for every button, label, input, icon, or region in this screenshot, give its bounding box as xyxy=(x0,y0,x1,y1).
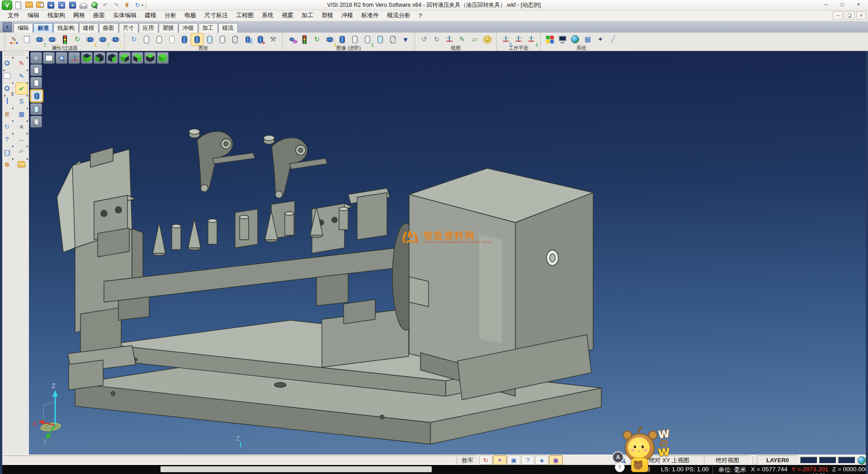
dock-undo-action[interactable]: ↶ xyxy=(16,146,27,157)
ribbon-advanced-flat[interactable] xyxy=(349,33,361,45)
dock-sketch-circle[interactable]: ✎ xyxy=(16,70,27,81)
ribbon-filter-traffic-light[interactable] xyxy=(59,33,71,45)
menu-2[interactable]: 线架构 xyxy=(43,11,69,19)
vp-display-hatched[interactable] xyxy=(30,116,42,128)
dock-delete-entities[interactable] xyxy=(1,146,13,157)
ribbon-world-settings[interactable] xyxy=(569,33,581,45)
ribbon-rotate-view-alt[interactable]: ↻ xyxy=(431,33,443,45)
cad-model-canvas[interactable]: Z X Y xyxy=(29,51,868,455)
status-resize-handle-2[interactable] xyxy=(752,457,755,464)
menu-18[interactable]: ? xyxy=(415,12,426,19)
ribbon-workplane-align[interactable]: ± xyxy=(525,33,537,45)
menu-17[interactable]: 模流分析 xyxy=(383,11,415,19)
ribbon-wireframe-view[interactable] xyxy=(141,33,152,45)
dock-measure-distance[interactable]: ↔ xyxy=(16,133,27,145)
ribbon-snap-settings[interactable]: ✦ xyxy=(594,33,606,45)
qa-print[interactable] xyxy=(79,1,88,9)
menu-15[interactable]: 冲模 xyxy=(337,11,357,19)
vp-zoom-fit[interactable] xyxy=(43,52,55,64)
menu-8[interactable]: 电极 xyxy=(180,11,200,19)
status-swatch-2[interactable] xyxy=(838,457,855,464)
qa-redo[interactable]: ↷ xyxy=(111,1,121,9)
dock-attribute-library[interactable]: ≣ xyxy=(1,108,13,119)
ribbon-hatched-view[interactable] xyxy=(229,33,241,45)
dock-wcs-orientation[interactable] xyxy=(1,95,13,107)
vp-view-cube-shaded[interactable] xyxy=(157,52,169,64)
tab-machining[interactable]: 加工 xyxy=(198,23,218,33)
menu-10[interactable]: 工程图 xyxy=(232,11,258,19)
close-button[interactable]: × xyxy=(850,0,867,9)
vp-display-wireframe[interactable] xyxy=(30,64,42,76)
ribbon-toggle-visibility[interactable]: ± xyxy=(84,33,96,45)
ribbon-advanced-toggle[interactable]: ± xyxy=(324,33,335,45)
tab-surface[interactable]: 曲面 xyxy=(99,23,118,33)
dock-zoom-solids[interactable]: ± xyxy=(1,83,13,94)
dock-navigation-wheel[interactable]: ☸ xyxy=(1,159,13,170)
mdi-restore-button[interactable]: ❏ xyxy=(844,11,854,19)
ribbon-redraw[interactable]: ↻ xyxy=(128,33,140,45)
status-resize-handle[interactable] xyxy=(630,457,633,464)
ribbon-advanced-traffic-light[interactable] xyxy=(298,33,310,45)
mdi-close-button[interactable]: × xyxy=(856,11,866,19)
ribbon-hidden-line-view[interactable] xyxy=(153,33,165,45)
ribbon-view-assistant[interactable]: ☺ xyxy=(481,33,493,45)
menu-9[interactable]: 尺寸标注 xyxy=(200,11,232,19)
qa-open-part[interactable] xyxy=(35,1,45,9)
tab-mould[interactable]: 塑膜 xyxy=(159,23,178,33)
absolute-view-indicator[interactable]: 绝对视图 xyxy=(704,455,751,465)
qa-refresh-options[interactable]: ↻ xyxy=(133,1,142,9)
ribbon-flat-view[interactable] xyxy=(217,33,228,45)
tab-modeling[interactable]: 建模 xyxy=(79,23,99,33)
vp-display-shaded[interactable] xyxy=(30,90,43,102)
vp-view-cube-right-iso[interactable] xyxy=(132,52,143,64)
ribbon-grid-settings[interactable]: ▦ xyxy=(582,33,594,45)
qa-save-all[interactable] xyxy=(68,1,77,9)
tab-application[interactable]: 应用 xyxy=(139,23,158,33)
ribbon-advanced-shaded[interactable] xyxy=(336,33,348,45)
ribbon-shaded-edges-view[interactable] xyxy=(191,33,203,45)
ribbon-advanced-cone[interactable]: ▼ xyxy=(400,33,411,45)
ribbon-advanced-refresh[interactable]: ↻ xyxy=(311,33,323,45)
status-status-help[interactable]: ? xyxy=(521,455,534,465)
vp-view-cube-top[interactable] xyxy=(144,52,156,64)
ribbon-advanced-translucent[interactable] xyxy=(374,33,386,45)
vp-view-cube-left-iso[interactable] xyxy=(119,52,131,64)
vp-view-cube-bottom[interactable] xyxy=(81,52,93,64)
qa-save[interactable] xyxy=(46,1,56,9)
menu-5[interactable]: 实体编辑 xyxy=(109,11,141,19)
qa-new-file[interactable] xyxy=(14,1,23,9)
ribbon-hide-selected[interactable]: − xyxy=(109,33,121,45)
ribbon-view-plane[interactable]: ▱ xyxy=(469,33,481,45)
status-box-select[interactable]: ▣ xyxy=(507,455,520,465)
ribbon-display-settings[interactable] xyxy=(557,33,568,45)
menu-3[interactable]: 网格 xyxy=(69,11,89,19)
dock-open-recent[interactable] xyxy=(16,159,27,170)
vp-zoom-dynamic[interactable] xyxy=(56,52,67,64)
ribbon-dynamic-hide-view[interactable] xyxy=(255,33,266,45)
dock-solid-preview[interactable]: ■ xyxy=(16,121,27,132)
menu-12[interactable]: 视窗 xyxy=(278,11,297,19)
menu-7[interactable]: 分析 xyxy=(160,11,180,19)
vp-view-cube-right[interactable] xyxy=(106,52,118,64)
view-mode-indicator[interactable]: 绝对 XY 上视图 xyxy=(634,455,704,465)
ribbon-view-axes[interactable] xyxy=(443,33,455,45)
menu-1[interactable]: 编辑 xyxy=(24,11,43,19)
ribbon-shaded-view[interactable] xyxy=(179,33,190,45)
status-search-icon[interactable] xyxy=(616,455,628,465)
ribbon-workplane-edit[interactable]: ✎ xyxy=(500,33,512,45)
ribbon-edit-attributes[interactable] xyxy=(8,33,20,45)
minimize-button[interactable]: ─ xyxy=(818,0,834,9)
ribbon-copy-attributes[interactable] xyxy=(21,33,33,45)
graphics-viewport[interactable]: ≡ xyxy=(29,51,868,455)
active-layer-indicator[interactable]: LAYER0 xyxy=(757,455,798,465)
ribbon-advanced-verify[interactable]: ✔ xyxy=(362,33,373,45)
tab-wireframe[interactable]: 线架构 xyxy=(53,23,79,33)
status-selection-lock[interactable]: ↻ xyxy=(479,455,492,465)
qa-open-file[interactable] xyxy=(24,1,34,9)
vp-viewport-menu[interactable]: ≡ xyxy=(30,52,42,64)
qa-macro[interactable]: ♜ xyxy=(122,1,132,9)
qa-visi-logo[interactable]: V xyxy=(2,0,12,10)
dock-spline-edit[interactable]: S xyxy=(16,95,27,107)
ribbon-workplane-set[interactable] xyxy=(513,33,524,45)
dock-regenerate[interactable]: ↻ xyxy=(1,121,13,132)
